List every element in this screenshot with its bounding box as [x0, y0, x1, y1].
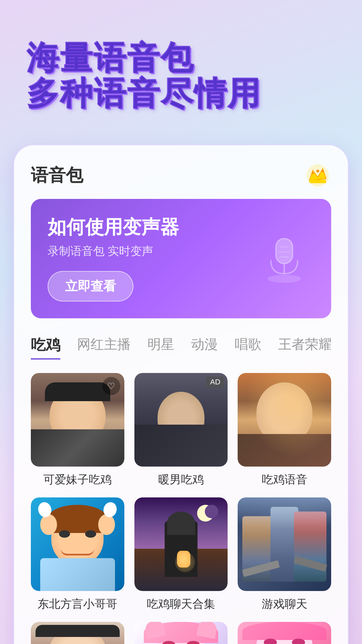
grid-label-cute-girl: 可爱妹子吃鸡 [43, 472, 112, 487]
svg-rect-2 [309, 180, 326, 183]
category-tabs: 吃鸡 网红主播 明星 动漫 唱歌 王者荣耀 [31, 335, 331, 360]
card-header: 语音包 [31, 162, 331, 189]
banner-mic-illustration [254, 228, 314, 289]
tab-influencer[interactable]: 网红主播 [77, 335, 131, 360]
hero-title-line1: 海量语音包 [27, 40, 335, 76]
grid-item-game-chat[interactable]: 游戏聊天 [238, 497, 331, 612]
banner-section: 如何使用变声器 录制语音包 实时变声 立即查看 [31, 199, 331, 318]
voice-pack-grid-row3-partial [31, 622, 331, 644]
banner-cta-button[interactable]: 立即查看 [48, 271, 133, 302]
banner-title: 如何使用变声器 [48, 216, 254, 238]
grid-item-northeast-boy[interactable]: 东北方言小哥哥 [31, 497, 124, 612]
tab-celebrity[interactable]: 明星 [147, 335, 174, 360]
grid-item-chicken-voice[interactable]: 吃鸡语音 [238, 373, 331, 487]
svg-point-5 [322, 170, 324, 172]
grid-label-chicken-voice: 吃鸡语音 [262, 472, 307, 487]
svg-point-3 [316, 170, 319, 172]
grid-item-chicken-chat[interactable]: 吃鸡聊天合集 [134, 497, 228, 612]
banner-content: 如何使用变声器 录制语音包 实时变声 立即查看 [48, 216, 254, 302]
tab-wzry[interactable]: 王者荣耀 [278, 335, 331, 360]
voice-pack-grid: ♡ 可爱妹子吃鸡 AD 暖男吃鸡 [31, 373, 331, 487]
grid-item-partial-3[interactable] [238, 622, 331, 644]
voice-pack-grid-row2: 东北方言小哥哥 吃鸡聊天合集 [31, 497, 331, 612]
grid-label-northeast-boy: 东北方言小哥哥 [38, 596, 117, 612]
grid-item-warm-boy[interactable]: AD 暖男吃鸡 [134, 373, 228, 487]
card-title: 语音包 [31, 164, 83, 187]
tab-anime[interactable]: 动漫 [191, 335, 218, 360]
crown-icon[interactable] [304, 162, 331, 189]
grid-label-warm-boy: 暖男吃鸡 [158, 472, 204, 487]
svg-rect-6 [276, 238, 293, 264]
banner-subtitle: 录制语音包 实时变声 [48, 244, 254, 259]
svg-point-7 [267, 275, 301, 283]
grid-item-cute-girl[interactable]: ♡ 可爱妹子吃鸡 [31, 373, 124, 487]
tab-eat-chicken[interactable]: 吃鸡 [31, 335, 60, 360]
hero-title-line2: 多种语音尽情用 [27, 76, 335, 111]
tab-singing[interactable]: 唱歌 [235, 335, 261, 360]
grid-label-game-chat: 游戏聊天 [262, 596, 307, 612]
svg-point-4 [312, 172, 314, 174]
grid-label-chicken-chat: 吃鸡聊天合集 [147, 596, 215, 612]
grid-item-partial-1[interactable] [31, 622, 124, 644]
svg-point-0 [307, 164, 329, 186]
grid-item-partial-2[interactable] [134, 622, 228, 644]
